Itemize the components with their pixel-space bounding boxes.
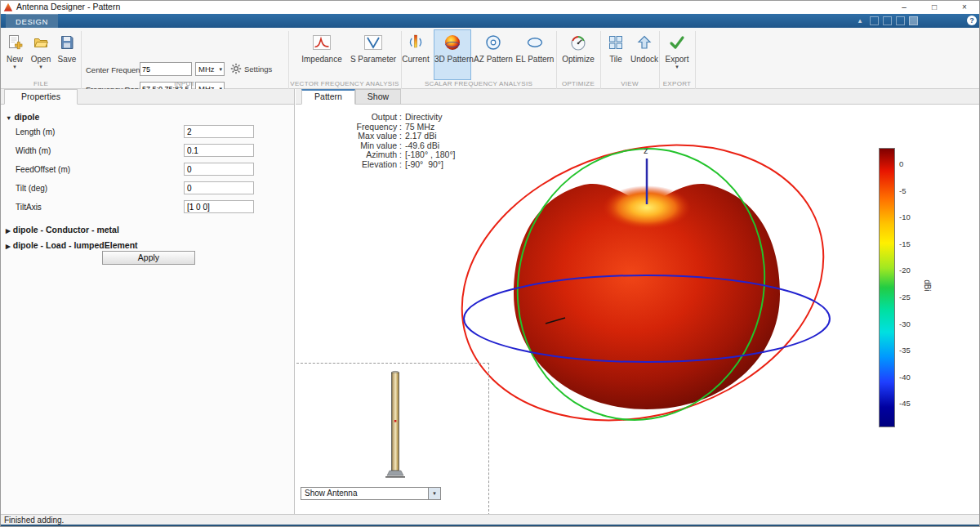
open-button[interactable]: Open ▾ xyxy=(29,30,53,79)
new-dropdown-icon[interactable]: ▾ xyxy=(2,64,27,69)
toolstrip-collapse-icon[interactable]: ▴ xyxy=(855,16,865,25)
section-label-optimize: OPTIMIZE xyxy=(556,80,600,87)
el-pattern-icon xyxy=(526,33,544,51)
group-load[interactable]: ▶dipole - Load - lumpedElement xyxy=(6,240,138,250)
tab-properties[interactable]: Properties xyxy=(4,89,78,105)
title-bar: Antenna Designer - Pattern – □ × xyxy=(1,1,979,14)
impedance-button[interactable]: Impedance xyxy=(296,30,347,79)
chevron-down-icon: ▾ xyxy=(219,63,222,75)
group-dipole[interactable]: ▼dipole xyxy=(6,112,39,122)
export-button[interactable]: Export ▾ xyxy=(660,30,694,79)
app-icon xyxy=(3,2,13,12)
optimize-button[interactable]: Optimize xyxy=(558,30,599,79)
colorbar: 0 -5 -10 -15 -20 -25 -30 -35 -40 -45 dBi xyxy=(879,148,944,427)
new-button[interactable]: New ▾ xyxy=(2,30,27,79)
colorbar-tick: -15 xyxy=(899,239,911,248)
ribbon: New ▾ Open ▾ Save Center Frequency MHz ▾ xyxy=(1,28,979,89)
current-button[interactable]: Current xyxy=(399,30,433,79)
colorbar-tick: -35 xyxy=(899,346,911,355)
z-axis-label: z xyxy=(644,145,648,155)
colorbar-tick: -5 xyxy=(899,186,906,195)
el-pattern-button[interactable]: EL Pattern xyxy=(514,30,555,79)
length-input[interactable] xyxy=(184,125,254,138)
feedoffset-input[interactable] xyxy=(184,163,254,176)
settings-button[interactable]: Settings xyxy=(230,63,272,74)
radiation-pattern-3d[interactable]: z xyxy=(443,123,867,449)
az-pattern-button[interactable]: AZ Pattern xyxy=(473,30,514,79)
expand-icon: ▼ xyxy=(6,114,11,122)
s-parameter-icon xyxy=(363,33,383,52)
pattern-canvas: Output Directivity Frequency 75 MHz Max … xyxy=(296,105,979,514)
save-icon xyxy=(59,34,75,51)
colorbar-unit-label: dBi xyxy=(923,279,932,291)
maximize-button[interactable]: □ xyxy=(920,1,949,14)
optimize-icon xyxy=(569,33,587,51)
section-label-scalar: SCALAR FREQUENCY ANALYSIS xyxy=(401,80,556,87)
quick-access-undo-icon[interactable] xyxy=(883,16,892,25)
colorbar-tick: -30 xyxy=(899,319,911,328)
info-label: Azimuth xyxy=(305,150,402,160)
tab-design[interactable]: DESIGN xyxy=(6,14,58,28)
new-icon xyxy=(7,34,23,51)
pattern-3d-icon xyxy=(443,33,462,52)
undock-icon xyxy=(636,34,653,51)
section-label-vector: VECTOR FREQUENCY ANALYSIS xyxy=(288,80,401,87)
properties-panel: Properties ▼dipole Length (m) Width (m) … xyxy=(1,89,295,514)
center-frequency-label: Center Frequency xyxy=(86,65,148,74)
open-dropdown-icon[interactable]: ▾ xyxy=(29,64,53,69)
toolstrip-tab-row: DESIGN ▴ ? xyxy=(1,14,979,28)
pattern-info: Output Directivity Frequency 75 MHz Max … xyxy=(305,113,456,169)
center-frequency-unit-combo[interactable]: MHz ▾ xyxy=(195,62,225,76)
export-icon xyxy=(668,33,686,51)
tab-show[interactable]: Show xyxy=(355,89,401,105)
window-title: Antenna Designer - Pattern xyxy=(16,2,120,11)
section-label-view: VIEW xyxy=(600,80,659,87)
antenna-preview-region: Show Antenna ▾ xyxy=(296,363,489,516)
quick-access-redo-icon[interactable] xyxy=(896,16,905,25)
info-label: Output xyxy=(305,113,402,123)
colorbar-tick: -20 xyxy=(899,266,911,275)
minimize-button[interactable]: – xyxy=(889,1,919,14)
s-parameter-button[interactable]: S Parameter xyxy=(347,30,399,79)
section-label-export: EXPORT xyxy=(659,80,695,87)
info-label: Max value xyxy=(305,132,402,141)
tilt-input[interactable] xyxy=(184,181,254,194)
tile-button[interactable]: Tile xyxy=(603,30,629,79)
gear-icon xyxy=(230,63,242,74)
quick-access-save-icon[interactable] xyxy=(870,16,879,25)
window-bottom-edge xyxy=(1,525,979,526)
tiltaxis-input[interactable] xyxy=(184,200,254,213)
section-label-input: INPUT xyxy=(81,80,288,87)
colorbar-tick: 0 xyxy=(899,159,903,168)
pattern-3d-button[interactable]: 3D Pattern xyxy=(434,29,471,80)
colorbar-tick: -40 xyxy=(899,373,911,382)
close-button[interactable]: × xyxy=(950,1,979,14)
colorbar-tick: -45 xyxy=(899,399,911,408)
colorbar-tick: -10 xyxy=(899,212,911,221)
apply-button[interactable]: Apply xyxy=(102,251,195,265)
export-dropdown-icon[interactable]: ▾ xyxy=(660,64,694,69)
show-antenna-dropdown[interactable]: Show Antenna ▾ xyxy=(301,487,441,500)
info-label: Elevation xyxy=(305,160,402,170)
field-label: TiltAxis xyxy=(16,203,42,212)
open-icon xyxy=(33,34,49,51)
center-frequency-input[interactable] xyxy=(140,62,192,76)
group-conductor[interactable]: ▶dipole - Conductor - metal xyxy=(6,225,119,234)
document-tabstrip: Pattern Show xyxy=(296,89,979,105)
quick-access-layout-icon[interactable] xyxy=(909,16,918,25)
info-value: Directivity xyxy=(405,113,456,123)
section-label-file: FILE xyxy=(1,80,81,87)
antenna-designer-window: Antenna Designer - Pattern – □ × DESIGN … xyxy=(0,0,980,527)
width-input[interactable] xyxy=(184,144,254,157)
tab-pattern[interactable]: Pattern xyxy=(301,89,355,105)
az-pattern-icon xyxy=(484,33,502,51)
save-button[interactable]: Save xyxy=(55,30,79,79)
field-label: Length (m) xyxy=(16,127,55,136)
colorbar-tick: -25 xyxy=(899,293,911,301)
field-label: Width (m) xyxy=(16,146,51,155)
pattern-document-panel: Pattern Show Output Directivity Frequenc… xyxy=(296,89,979,514)
field-label: FeedOffset (m) xyxy=(16,165,70,174)
help-icon[interactable]: ? xyxy=(967,16,977,25)
antenna-preview xyxy=(378,368,414,483)
undock-button[interactable]: Undock xyxy=(630,30,659,79)
